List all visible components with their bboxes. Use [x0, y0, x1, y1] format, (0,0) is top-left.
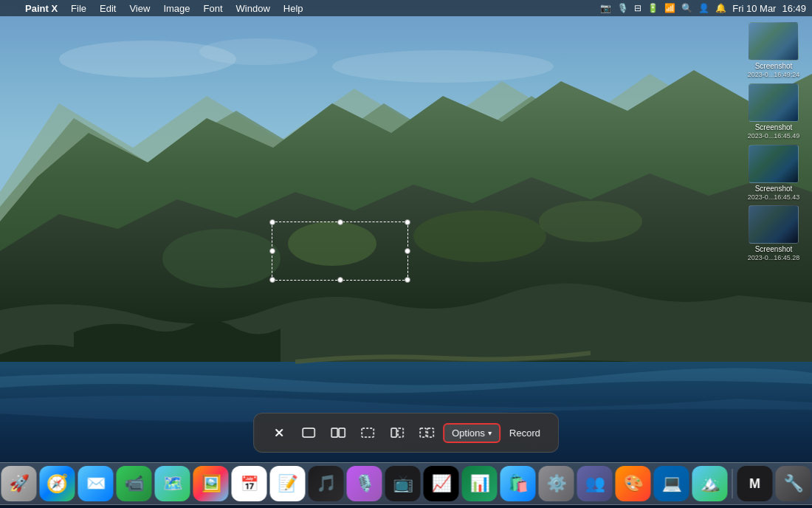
- camera-icon: 📷: [600, 3, 611, 13]
- dock-mail[interactable]: ✉️: [78, 466, 114, 501]
- menu-font[interactable]: Font: [198, 1, 229, 16]
- svg-rect-13: [303, 428, 314, 437]
- dock-photos[interactable]: 🖼️: [193, 466, 229, 501]
- battery-icon: 🔋: [647, 3, 658, 13]
- svg-point-3: [332, 50, 554, 83]
- dock-systemprefs[interactable]: ⚙️: [539, 466, 574, 501]
- options-chevron-icon: ▾: [488, 429, 492, 437]
- svg-rect-17: [391, 428, 396, 437]
- icon-label-0: Screenshot 2023-0...16:49:24: [748, 62, 800, 79]
- dock-virtualbox[interactable]: 💻: [654, 466, 689, 501]
- capture-window-button[interactable]: [295, 419, 322, 446]
- menubar-right: 📷 🎙️ ⊟ 🔋 📶 🔍 👤 🔔 Fri 10 Mar 16:49: [600, 3, 806, 14]
- svg-point-2: [199, 38, 317, 65]
- menubar: Paint X File Edit View Image Font Window…: [0, 0, 812, 16]
- dock-facetime[interactable]: 📹: [117, 466, 152, 501]
- svg-point-12: [539, 201, 642, 242]
- dock-reminders[interactable]: 📝: [270, 466, 306, 501]
- svg-rect-20: [427, 428, 433, 437]
- dock-stocks[interactable]: 📈: [424, 466, 459, 501]
- capture-cancel-button[interactable]: [266, 419, 292, 446]
- icon-label-1: Screenshot 2023-0...16:45.49: [748, 123, 800, 140]
- dock-preferences[interactable]: 🔧: [776, 466, 811, 501]
- icon-label-2: Screenshot 2023-0...16:45.43: [748, 185, 800, 202]
- dock-podcasts[interactable]: 🎙️: [347, 466, 382, 501]
- dock-istatmenus[interactable]: M: [737, 466, 773, 501]
- svg-point-10: [288, 222, 376, 266]
- apple-menu[interactable]: [6, 7, 18, 10]
- siri-icon[interactable]: 👤: [698, 3, 709, 13]
- screenshot-toolbar: Options ▾ Record: [253, 413, 559, 453]
- svg-rect-18: [398, 428, 403, 437]
- dock-appletv[interactable]: 📺: [385, 466, 421, 501]
- options-label: Options: [452, 428, 485, 439]
- display-icon: ⊟: [634, 3, 641, 13]
- desktop-icon-1[interactable]: Screenshot 2023-0...16:45.49: [744, 83, 803, 140]
- icon-thumbnail-1: [749, 83, 799, 122]
- svg-rect-15: [339, 428, 345, 437]
- capture-screen-selection-button[interactable]: [413, 419, 440, 446]
- options-button[interactable]: Options ▾: [443, 423, 500, 443]
- dock-wallpaper[interactable]: 🏔️: [692, 466, 728, 501]
- capture-selection-button[interactable]: [354, 419, 381, 446]
- svg-rect-14: [331, 428, 337, 437]
- menu-help[interactable]: Help: [278, 1, 309, 16]
- record-label: Record: [509, 428, 540, 439]
- desktop-icons: Screenshot 2023-0...16:49:24 Screenshot …: [744, 22, 803, 262]
- mic-icon: 🎙️: [617, 3, 628, 13]
- menu-image[interactable]: Image: [157, 1, 196, 16]
- menu-edit[interactable]: Edit: [94, 1, 122, 16]
- svg-rect-16: [362, 428, 374, 437]
- dock-maps[interactable]: 🗺️: [155, 466, 190, 501]
- menubar-date: Fri 10 Mar: [732, 3, 776, 14]
- dock-separator: [732, 469, 733, 498]
- dock-appstore[interactable]: 🛍️: [500, 466, 536, 501]
- capture-fullscreen-button[interactable]: [325, 419, 351, 446]
- search-icon[interactable]: 🔍: [681, 3, 692, 13]
- notification-icon[interactable]: 🔔: [715, 3, 726, 13]
- menu-view[interactable]: View: [123, 1, 156, 16]
- icon-thumbnail-2: [749, 145, 799, 183]
- menu-window[interactable]: Window: [230, 1, 276, 16]
- desktop-icon-2[interactable]: Screenshot 2023-0...16:45.43: [744, 145, 803, 202]
- capture-timed-button[interactable]: [384, 419, 410, 446]
- svg-point-9: [162, 229, 281, 288]
- dock-paintx[interactable]: 🎨: [616, 466, 651, 501]
- menubar-time: 16:49: [782, 3, 806, 14]
- dock: 🚀 🧭 ✉️ 📹 🗺️ 🖼️ 📅 📝 🎵 🎙️ 📺 📈 📊 🛍️ ⚙️ �: [0, 462, 812, 505]
- menubar-left: Paint X File Edit View Image Font Window…: [6, 1, 309, 16]
- dock-music[interactable]: 🎵: [309, 466, 344, 501]
- menu-app-name[interactable]: Paint X: [19, 1, 63, 16]
- icon-label-3: Screenshot 2023-0...16:45.28: [748, 245, 800, 262]
- wifi-icon: 📶: [664, 3, 675, 13]
- dock-calendar[interactable]: 📅: [232, 466, 267, 501]
- dock-excel[interactable]: 📊: [462, 466, 498, 501]
- dock-teams[interactable]: 👥: [577, 466, 613, 501]
- icon-thumbnail-3: [749, 205, 799, 244]
- icon-thumbnail-0: [749, 22, 799, 61]
- desktop-icon-3[interactable]: Screenshot 2023-0...16:45.28: [744, 205, 803, 262]
- svg-rect-19: [420, 428, 426, 437]
- menu-file[interactable]: File: [65, 1, 92, 16]
- dock-safari[interactable]: 🧭: [40, 466, 75, 501]
- dock-launchpad[interactable]: 🚀: [1, 466, 37, 501]
- record-button[interactable]: Record: [503, 425, 546, 442]
- desktop-icon-0[interactable]: Screenshot 2023-0...16:49:24: [744, 22, 803, 79]
- svg-point-11: [413, 210, 546, 262]
